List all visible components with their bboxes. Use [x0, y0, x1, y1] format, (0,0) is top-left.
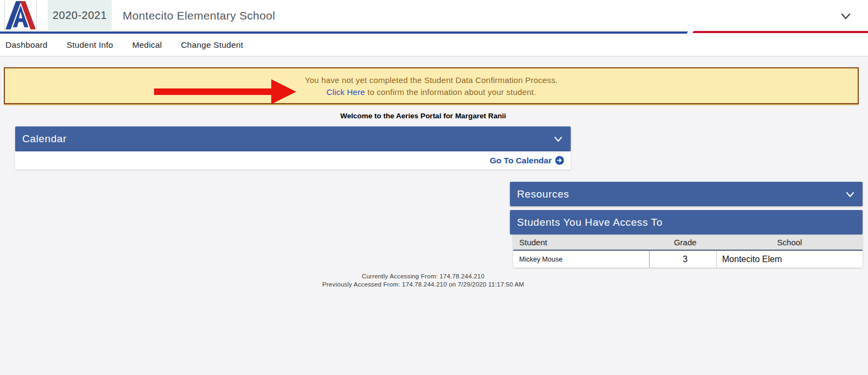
aeries-logo-icon — [5, 1, 36, 29]
chevron-down-icon[interactable] — [840, 11, 852, 22]
current-access-text: Currently Accessing From: 174.78.244.210 — [0, 272, 846, 281]
column-header-grade: Grade — [654, 235, 716, 251]
school-name-title: Montecito Elementary School — [123, 0, 275, 31]
resources-title: Resources — [510, 188, 569, 200]
access-info-footer: Currently Accessing From: 174.78.244.210… — [0, 272, 846, 289]
calendar-panel-header[interactable]: Calendar — [15, 126, 571, 151]
go-to-calendar-label: Go To Calendar — [490, 156, 552, 166]
aeries-portal-page: 2020-2021 Montecito Elementary School Da… — [0, 0, 868, 375]
student-school-cell: Montecito Elem — [717, 251, 863, 268]
student-name-cell[interactable]: Mickey Mouse — [513, 251, 649, 268]
aeries-logo[interactable] — [4, 1, 37, 30]
previous-access-text: Previously Accessed From: 174.78.244.210… — [0, 281, 846, 289]
column-gap — [649, 235, 654, 251]
top-bar: 2020-2021 Montecito Elementary School — [0, 0, 868, 31]
calendar-title: Calendar — [15, 133, 67, 145]
column-header-student: Student — [513, 235, 649, 251]
arrow-right-circle-icon — [555, 156, 564, 165]
calendar-panel-body: Go To Calendar — [15, 151, 571, 169]
students-access-title: Students You Have Access To — [510, 217, 662, 228]
chevron-down-icon[interactable] — [845, 190, 855, 198]
resources-panel-header[interactable]: Resources — [510, 182, 863, 206]
main-nav: Dashboard Student Info Medical Change St… — [0, 34, 868, 56]
students-access-panel-header: Students You Have Access To — [510, 210, 863, 234]
divider-blue-segment — [0, 31, 689, 34]
school-year-selector[interactable]: 2020-2021 — [48, 0, 112, 31]
banner-line2: Click Here to confirm the information ab… — [327, 87, 537, 97]
chevron-down-icon[interactable] — [553, 135, 563, 143]
banner-line2-rest: to confirm the information about your st… — [365, 87, 536, 97]
divider-red-segment — [693, 31, 868, 33]
go-to-calendar-link[interactable]: Go To Calendar — [490, 156, 564, 166]
cell-gap — [649, 251, 654, 268]
banner-line1: You have not yet completed the Student D… — [305, 75, 558, 85]
nav-item-student-info[interactable]: Student Info — [67, 40, 113, 50]
students-access-table: Student Grade School Mickey Mouse 3 Mont… — [513, 235, 863, 268]
nav-item-dashboard[interactable]: Dashboard — [5, 40, 48, 50]
column-header-school: School — [717, 235, 863, 251]
student-grade-cell: 3 — [654, 251, 716, 268]
click-here-link[interactable]: Click Here — [327, 87, 365, 97]
nav-item-medical[interactable]: Medical — [132, 40, 162, 50]
data-confirmation-banner: You have not yet completed the Student D… — [4, 67, 859, 104]
welcome-message: Welcome to the Aeries Portal for Margare… — [0, 112, 846, 120]
nav-item-change-student[interactable]: Change Student — [181, 40, 243, 50]
